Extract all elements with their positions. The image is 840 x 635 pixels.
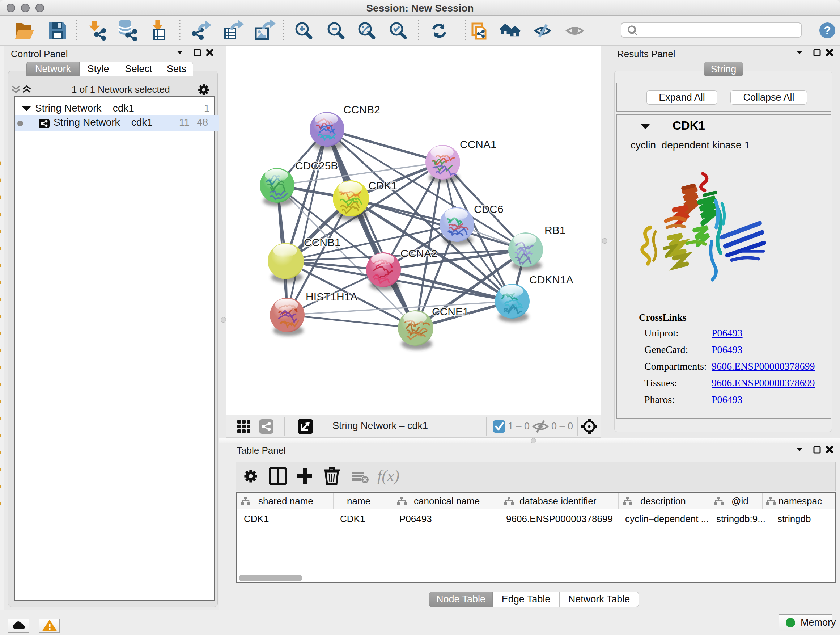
svg-text:f(x): f(x): [377, 467, 399, 485]
svg-text:CDC25B: CDC25B: [295, 160, 338, 172]
svg-text:CCNA1: CCNA1: [460, 138, 497, 150]
svg-text:CCNA2: CCNA2: [401, 247, 437, 259]
svg-text:CDC6: CDC6: [474, 203, 504, 215]
svg-text:CCNE1: CCNE1: [432, 306, 469, 318]
svg-text:CDK1: CDK1: [368, 180, 397, 192]
svg-text:CCNB1: CCNB1: [304, 236, 341, 249]
svg-text:CDKN1A: CDKN1A: [529, 274, 573, 286]
svg-text:CCNB2: CCNB2: [343, 103, 380, 116]
svg-text:HIST1H1A: HIST1H1A: [306, 291, 357, 302]
svg-text:?: ?: [824, 24, 831, 37]
svg-text:RB1: RB1: [545, 224, 565, 236]
